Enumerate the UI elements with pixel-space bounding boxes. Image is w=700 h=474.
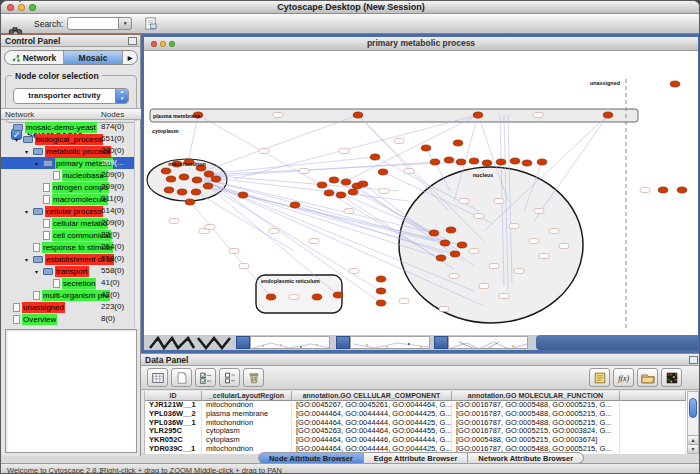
column-header[interactable]: annotation.GO CELLULAR_COMPONENT [292,391,452,401]
minimized-network-silhouette[interactable] [148,335,238,350]
graph-node[interactable] [603,112,613,118]
graph-node[interactable] [341,179,351,185]
graph-node[interactable] [482,160,492,166]
tree-row[interactable]: ▾primary metabo209(... [1,157,135,169]
graph-node[interactable] [444,157,454,163]
table-row[interactable]: YPL036W__2plasma membrane[GO:0044464, GO… [145,410,687,419]
float-panel-icon[interactable] [128,37,137,45]
function-builder-icon[interactable]: f(x) [613,368,634,387]
node-color-dropdown[interactable]: transporter activity ▲▼ [13,88,129,104]
graph-node[interactable] [358,181,368,187]
tree-row[interactable]: multi-organism pro42(0) [1,289,135,301]
graph-node[interactable] [329,177,339,183]
tree-row[interactable]: response to stimulu264(0) [1,241,135,253]
search-input[interactable] [67,17,119,30]
attribute-mapper-icon[interactable] [661,368,682,387]
minimized-window[interactable] [236,336,330,349]
table-row[interactable]: YKR052Ccytoplasm[GO:0044464, GO:0044446,… [145,436,687,445]
graph-node[interactable] [421,145,431,151]
graph-node[interactable] [376,300,386,306]
graph-node[interactable] [496,159,506,165]
column-header[interactable]: annotation.GO MOLECULAR_FUNCTION [452,391,620,401]
graph-node[interactable] [510,158,520,164]
tree-row[interactable]: secretion41(0) [1,277,135,289]
graph-node[interactable] [453,140,463,146]
tree-row[interactable]: ▾metabolic process280(0) [1,145,135,157]
region-plasma-membrane[interactable] [150,109,638,122]
import-attributes-icon[interactable] [637,368,658,387]
scrollbar-thumb[interactable] [689,398,697,418]
expander-icon[interactable]: ▾ [15,134,23,145]
tree-row[interactable]: ▾biological_process651(0) [1,133,135,145]
graph-node[interactable] [378,169,388,175]
graph-node[interactable] [161,168,171,174]
tree-row[interactable]: cell communicat22(0) [1,229,135,241]
network-window-titlebar[interactable]: primary metabolic process [144,37,698,51]
graph-node[interactable] [658,187,668,193]
graph-node[interactable] [317,182,327,188]
expander-icon[interactable]: ▾ [25,206,33,217]
graph-node[interactable] [324,190,334,196]
graph-node[interactable] [238,192,248,198]
graph-node[interactable] [670,81,680,87]
graph-node[interactable] [469,158,479,164]
birdseye-view[interactable] [5,329,137,453]
tree-row[interactable]: ▾cellular process614(0) [1,205,135,217]
zoom-fit-icon[interactable] [5,0,26,6]
graph-node[interactable] [211,176,221,182]
minimized-window[interactable] [434,336,528,349]
table-row[interactable]: YPL036W__1mitochondrion[GO:0044464, GO:0… [145,419,687,428]
graph-node[interactable] [185,199,195,205]
graph-node[interactable] [336,192,346,198]
expander-icon[interactable]: ▾ [25,146,33,157]
graph-node[interactable] [430,159,440,165]
table-row[interactable]: YLR295Ccytoplasm[GO:0045263, GO:0044464,… [145,427,687,436]
attribute-editor-icon[interactable] [589,368,610,387]
graph-node[interactable] [203,183,213,189]
tree-row[interactable]: macromolecule311(0) [1,193,135,205]
graph-node[interactable] [177,189,187,195]
table-row[interactable]: YJR121W__1mitochondrion[GO:0045267, GO:0… [145,401,687,410]
graph-node[interactable] [166,176,176,182]
new-network-icon[interactable] [140,15,161,33]
table-scrollbar[interactable]: ▲ ▼ [687,391,699,454]
tree-row[interactable]: cellular metabo209(0) [1,217,135,229]
expander-icon[interactable]: ▾ [25,254,33,265]
float-data-panel-icon[interactable] [689,356,698,364]
main-titlebar[interactable]: Cytoscape Desktop (New Session) [1,1,700,14]
graph-node[interactable] [192,177,202,183]
column-header[interactable] [620,391,686,401]
tree-row[interactable]: ▾transport558(0) [1,265,135,277]
graph-node[interactable] [440,240,450,246]
search-options-dropdown[interactable]: ▼ [119,17,132,30]
expander-icon[interactable]: ▾ [35,158,43,169]
graph-node[interactable] [179,174,189,180]
graph-node[interactable] [376,288,386,294]
minimized-window[interactable] [336,336,430,349]
unselect-attributes-icon[interactable] [219,368,240,387]
network-canvas[interactable]: plasma membranecytoplasmmitochondrionnuc… [144,51,698,335]
graph-node[interactable] [457,242,467,248]
graph-node[interactable] [429,230,439,236]
graph-node[interactable] [436,255,446,261]
tab-mosaic[interactable]: Mosaic [64,51,123,64]
graph-node[interactable] [333,292,343,298]
attribute-table[interactable]: ID_cellularLayoutRegionannotation.GO CEL… [144,391,687,454]
graph-node[interactable] [537,159,547,165]
graph-node[interactable] [290,202,300,208]
tree-row[interactable]: Overview8(0) [1,313,135,325]
tree-row[interactable]: ▾establishment of lo558(0) [1,253,135,265]
select-attributes-icon[interactable] [195,368,216,387]
graph-node[interactable] [473,112,483,118]
column-header[interactable]: ID [145,391,202,401]
tab-network[interactable]: Network [5,51,64,64]
more-tabs-arrow[interactable]: ▶ [123,51,137,64]
tree-row[interactable]: nitrogen compo209(0) [1,181,135,193]
delete-attribute-icon[interactable] [243,368,264,387]
column-header[interactable]: _cellularLayoutRegion [202,391,292,401]
graph-node[interactable] [456,159,466,165]
graph-node[interactable] [353,112,363,118]
tree-row[interactable]: unassigned223(0) [1,301,135,313]
graph-node[interactable] [312,294,322,300]
scroll-up-icon[interactable]: ▲ [688,435,698,444]
